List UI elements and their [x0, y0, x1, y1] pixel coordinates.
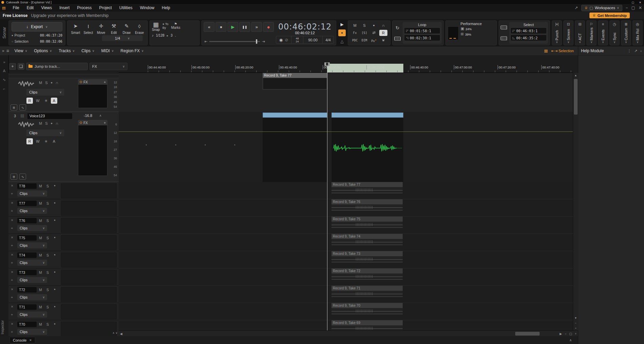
- snap-dot[interactable]: .: [175, 34, 176, 37]
- dots-menu-icon[interactable]: ⋮: [627, 49, 631, 53]
- menu-item[interactable]: Window: [136, 5, 158, 11]
- chevron-down-icon[interactable]: ∨: [590, 40, 593, 44]
- take-track-strip[interactable]: ✕ + T70 M S ● Clips ∨: [8, 320, 119, 336]
- meter-display[interactable]: 4/4: [323, 36, 334, 43]
- chevron-down-icon[interactable]: ∨: [625, 40, 627, 44]
- take-clip-header[interactable]: Record 9, Take 77: [331, 182, 403, 187]
- scroll-right-icon[interactable]: ▶: [560, 332, 562, 336]
- take-lane[interactable]: Record 9, Take 75: [119, 217, 573, 234]
- pane-splitter-grip[interactable]: [8, 75, 119, 78]
- select-end-field[interactable]: ◺ 00:46:35:2: [510, 35, 547, 41]
- automation-read-button[interactable]: R: [26, 138, 33, 144]
- solo-dim-button[interactable]: [S]: [362, 31, 367, 35]
- take-clip-header[interactable]: Record 9, Take 69: [331, 320, 403, 325]
- take-lane[interactable]: Record 9, Take 76: [119, 199, 573, 217]
- vertical-scrollbar[interactable]: ▲ ▼ − +: [573, 73, 578, 330]
- mute-button[interactable]: M: [353, 23, 356, 27]
- take-track-strip[interactable]: ✕ + T71 M S ● Clips ∨: [8, 303, 119, 320]
- record-dot-icon[interactable]: ●: [373, 24, 375, 27]
- track-solo-button[interactable]: S: [46, 270, 49, 275]
- track-clips-dropdown[interactable]: Clips ∨: [26, 129, 64, 136]
- track-clips-dropdown[interactable]: Clips ∨: [17, 242, 47, 248]
- loop-ruler-icon[interactable]: [394, 37, 401, 41]
- take-clip-body[interactable]: [331, 222, 403, 228]
- take-track-strip[interactable]: ✕ + T77 M S ● Clips ∨: [8, 199, 119, 217]
- take-lane[interactable]: Record 9, Take 74: [119, 234, 573, 251]
- track-solo-button[interactable]: S: [45, 121, 47, 125]
- track-mute-button[interactable]: M: [39, 236, 42, 240]
- envelope-node[interactable]: [146, 144, 147, 145]
- take-clip[interactable]: Record 9, Take 70: [331, 303, 403, 314]
- add-lane-icon[interactable]: +: [11, 209, 13, 213]
- menu-item[interactable]: Process: [73, 5, 95, 11]
- play-button[interactable]: ▶: [227, 22, 238, 32]
- track-name-field[interactable]: T73: [17, 270, 37, 275]
- snap-by-option[interactable]: By: [162, 26, 168, 30]
- delete-track-icon[interactable]: ✕: [11, 201, 14, 205]
- track-clips-dropdown[interactable]: Clips ∨: [26, 89, 64, 96]
- track-solo-button[interactable]: S: [46, 288, 49, 292]
- take-track-strip[interactable]: ✕ + T73 M S ● Clips ∨: [8, 268, 119, 286]
- track-solo-button[interactable]: S: [46, 305, 49, 309]
- chevron-down-icon[interactable]: ∨: [567, 40, 570, 44]
- collapse-rail-icon[interactable]: »: [2, 48, 4, 53]
- add-track-button[interactable]: +: [9, 63, 16, 70]
- record-dot-icon[interactable]: ●: [54, 236, 56, 239]
- add-lane-icon[interactable]: +: [11, 278, 13, 282]
- snap-marks-toggle[interactable]: ⚑ Marks: [171, 22, 180, 29]
- track-list-icon[interactable]: ≣: [11, 174, 17, 180]
- pdc-button[interactable]: PDC: [352, 39, 358, 42]
- record-dot-icon[interactable]: ●: [54, 184, 56, 187]
- take-clip[interactable]: Record 9, Take 73: [331, 251, 403, 262]
- take-clip-header[interactable]: Record 9, Take 76: [331, 199, 403, 204]
- record-dot-icon[interactable]: ●: [54, 253, 56, 256]
- track-clips-dropdown[interactable]: Clips ∨: [17, 277, 47, 283]
- track-wave-icon[interactable]: ∿: [19, 174, 26, 180]
- collapse-icon[interactable]: ∧: [99, 114, 102, 117]
- track-clips-dropdown[interactable]: Clips ∨: [17, 208, 47, 214]
- take-track-strip[interactable]: ✕ + T74 M S ● Clips ∨: [8, 251, 119, 268]
- playhead-line[interactable]: [327, 66, 327, 330]
- stop-button[interactable]: ■: [216, 22, 226, 32]
- take-clip-header[interactable]: Record 9, Take 70: [331, 303, 403, 308]
- arm-record-button[interactable]: R: [379, 30, 387, 36]
- track-list-icon[interactable]: ≣: [11, 104, 17, 110]
- export-button[interactable]: ↓ Export ∨: [12, 22, 62, 32]
- selected-clip-header[interactable]: Record 9, Take 77: [263, 73, 327, 78]
- automation-snapshot-button[interactable]: ✳: [43, 138, 49, 144]
- fold-down-icon[interactable]: ∨: [116, 331, 118, 335]
- playhead-marker[interactable]: [324, 62, 330, 66]
- metronome-icon[interactable]: △: [340, 39, 343, 44]
- track-header-2[interactable]: M S ● ∩ Clips ∨ R W ✳ A ⏻ FX +: [8, 78, 119, 112]
- track-mute-button[interactable]: M: [39, 253, 42, 257]
- add-fx-icon[interactable]: +: [104, 80, 106, 84]
- automation-latch-button[interactable]: A: [51, 138, 57, 144]
- select-start-field[interactable]: ◸ 00:46:03:1: [510, 27, 547, 34]
- take-lane[interactable]: Record 9, Take 69: [119, 320, 573, 330]
- chevron-down-icon[interactable]: ∨: [602, 40, 604, 44]
- track-name-field[interactable]: T76: [17, 218, 37, 223]
- track-clips-dropdown[interactable]: Clips ∨: [17, 225, 47, 231]
- trackview-menu[interactable]: Region FX ∨: [117, 48, 147, 53]
- select-ruler-start-icon[interactable]: [501, 25, 507, 29]
- trackview-menu[interactable]: MIDI ∨: [98, 48, 117, 53]
- tool-button[interactable]: ✎ Draw: [121, 22, 133, 35]
- add-lane-icon[interactable]: +: [11, 330, 13, 334]
- tool-button[interactable]: ◊ Erase: [133, 22, 145, 35]
- snap-note-resolution[interactable]: 1/128: [156, 34, 164, 37]
- track-solo-button[interactable]: S: [46, 184, 49, 188]
- scroll-left-icon[interactable]: ◀: [120, 332, 122, 336]
- solo-button[interactable]: S: [363, 23, 365, 27]
- take-clip-header[interactable]: Record 9, Take 73: [331, 251, 403, 256]
- add-lane-icon[interactable]: +: [11, 191, 13, 196]
- delete-track-icon[interactable]: ✕: [11, 305, 14, 308]
- toolbar-side-module[interactable]: ◎ Mix Rcl ∨: [632, 20, 643, 45]
- waveform-preview-button[interactable]: W: [382, 39, 384, 42]
- track-mute-button[interactable]: M: [39, 288, 42, 292]
- fold-up-icon[interactable]: ∧: [113, 331, 115, 335]
- track-clips-dropdown[interactable]: Clips ∨: [17, 294, 47, 300]
- tool-button[interactable]: ➤ Smart: [69, 22, 82, 35]
- track-clips-dropdown[interactable]: Clips ∨: [17, 190, 47, 197]
- tempo-circle-icon[interactable]: ⊘: [285, 38, 288, 42]
- interleave-icon[interactable]: ⇄: [372, 31, 375, 35]
